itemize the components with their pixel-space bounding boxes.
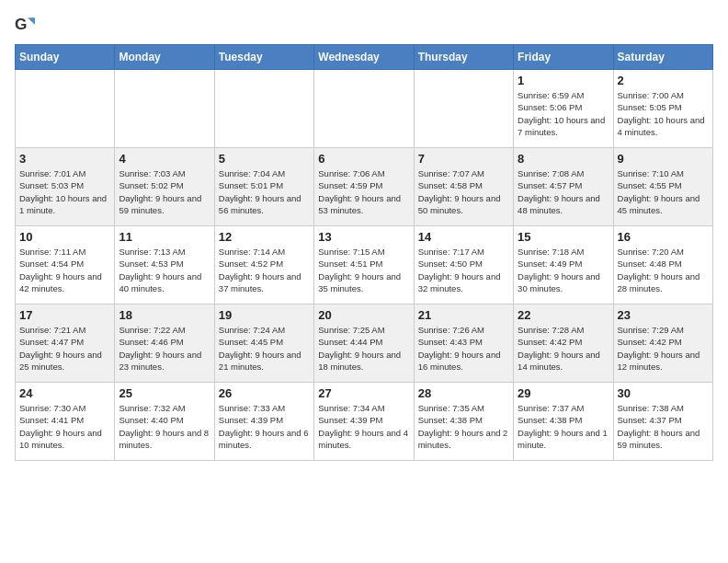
day-info: Sunrise: 6:59 AM Sunset: 5:06 PM Dayligh… bbox=[518, 89, 609, 138]
day-number: 5 bbox=[219, 152, 310, 166]
calendar-week-row: 10Sunrise: 7:11 AM Sunset: 4:54 PM Dayli… bbox=[16, 226, 713, 304]
calendar-day-cell bbox=[414, 70, 513, 148]
calendar-day-cell: 21Sunrise: 7:26 AM Sunset: 4:43 PM Dayli… bbox=[414, 304, 513, 383]
calendar-day-cell: 26Sunrise: 7:33 AM Sunset: 4:39 PM Dayli… bbox=[214, 383, 313, 461]
calendar-day-cell: 4Sunrise: 7:03 AM Sunset: 5:02 PM Daylig… bbox=[115, 148, 214, 226]
day-info: Sunrise: 7:34 AM Sunset: 4:39 PM Dayligh… bbox=[318, 402, 409, 451]
day-number: 22 bbox=[518, 308, 609, 322]
day-number: 10 bbox=[19, 230, 110, 244]
calendar-table: SundayMondayTuesdayWednesdayThursdayFrid… bbox=[15, 44, 713, 461]
weekday-header: Tuesday bbox=[214, 45, 313, 70]
day-info: Sunrise: 7:01 AM Sunset: 5:03 PM Dayligh… bbox=[19, 167, 110, 216]
calendar-body: 1Sunrise: 6:59 AM Sunset: 5:06 PM Daylig… bbox=[16, 70, 713, 461]
day-info: Sunrise: 7:07 AM Sunset: 4:58 PM Dayligh… bbox=[418, 167, 509, 216]
day-info: Sunrise: 7:32 AM Sunset: 4:40 PM Dayligh… bbox=[119, 402, 210, 451]
calendar-day-cell: 28Sunrise: 7:35 AM Sunset: 4:38 PM Dayli… bbox=[414, 383, 513, 461]
day-number: 1 bbox=[518, 74, 609, 87]
day-info: Sunrise: 7:04 AM Sunset: 5:01 PM Dayligh… bbox=[219, 167, 310, 216]
day-info: Sunrise: 7:35 AM Sunset: 4:38 PM Dayligh… bbox=[418, 402, 509, 451]
day-number: 28 bbox=[418, 386, 509, 400]
day-number: 2 bbox=[618, 74, 709, 87]
day-info: Sunrise: 7:14 AM Sunset: 4:52 PM Dayligh… bbox=[219, 246, 310, 294]
day-info: Sunrise: 7:13 AM Sunset: 4:53 PM Dayligh… bbox=[119, 246, 210, 294]
day-info: Sunrise: 7:30 AM Sunset: 4:41 PM Dayligh… bbox=[19, 402, 110, 451]
calendar-day-cell: 20Sunrise: 7:25 AM Sunset: 4:44 PM Dayli… bbox=[314, 304, 414, 383]
day-info: Sunrise: 7:37 AM Sunset: 4:38 PM Dayligh… bbox=[518, 402, 609, 451]
calendar-week-row: 17Sunrise: 7:21 AM Sunset: 4:47 PM Dayli… bbox=[16, 304, 713, 383]
calendar-day-cell: 27Sunrise: 7:34 AM Sunset: 4:39 PM Dayli… bbox=[314, 383, 414, 461]
calendar-day-cell: 29Sunrise: 7:37 AM Sunset: 4:38 PM Dayli… bbox=[514, 383, 613, 461]
day-info: Sunrise: 7:38 AM Sunset: 4:37 PM Dayligh… bbox=[618, 402, 709, 451]
day-info: Sunrise: 7:26 AM Sunset: 4:43 PM Dayligh… bbox=[418, 324, 509, 373]
day-info: Sunrise: 7:28 AM Sunset: 4:42 PM Dayligh… bbox=[518, 324, 609, 373]
logo: G bbox=[15, 15, 39, 35]
weekday-header: Wednesday bbox=[314, 45, 414, 70]
calendar-week-row: 24Sunrise: 7:30 AM Sunset: 4:41 PM Dayli… bbox=[16, 383, 713, 461]
calendar-day-cell: 18Sunrise: 7:22 AM Sunset: 4:46 PM Dayli… bbox=[115, 304, 214, 383]
calendar-day-cell: 13Sunrise: 7:15 AM Sunset: 4:51 PM Dayli… bbox=[314, 226, 414, 304]
day-number: 13 bbox=[318, 230, 409, 244]
page-header: G bbox=[15, 15, 713, 35]
calendar-day-cell: 6Sunrise: 7:06 AM Sunset: 4:59 PM Daylig… bbox=[314, 148, 414, 226]
day-info: Sunrise: 7:00 AM Sunset: 5:05 PM Dayligh… bbox=[618, 89, 709, 138]
calendar-day-cell: 22Sunrise: 7:28 AM Sunset: 4:42 PM Dayli… bbox=[514, 304, 613, 383]
day-number: 6 bbox=[318, 152, 409, 166]
calendar-day-cell: 15Sunrise: 7:18 AM Sunset: 4:49 PM Dayli… bbox=[514, 226, 613, 304]
calendar-day-cell: 12Sunrise: 7:14 AM Sunset: 4:52 PM Dayli… bbox=[214, 226, 313, 304]
day-number: 21 bbox=[418, 308, 509, 322]
calendar-day-cell bbox=[314, 70, 414, 148]
day-number: 15 bbox=[518, 230, 609, 244]
calendar-header-row: SundayMondayTuesdayWednesdayThursdayFrid… bbox=[16, 45, 713, 70]
day-number: 11 bbox=[119, 230, 210, 244]
day-info: Sunrise: 7:24 AM Sunset: 4:45 PM Dayligh… bbox=[219, 324, 310, 373]
calendar-day-cell: 19Sunrise: 7:24 AM Sunset: 4:45 PM Dayli… bbox=[214, 304, 313, 383]
day-number: 4 bbox=[119, 152, 210, 166]
calendar-day-cell: 10Sunrise: 7:11 AM Sunset: 4:54 PM Dayli… bbox=[16, 226, 115, 304]
day-number: 30 bbox=[618, 386, 709, 400]
day-number: 8 bbox=[518, 152, 609, 166]
day-info: Sunrise: 7:10 AM Sunset: 4:55 PM Dayligh… bbox=[618, 167, 709, 216]
calendar-day-cell: 24Sunrise: 7:30 AM Sunset: 4:41 PM Dayli… bbox=[16, 383, 115, 461]
calendar-day-cell bbox=[16, 70, 115, 148]
weekday-header: Sunday bbox=[16, 45, 115, 70]
calendar-day-cell: 14Sunrise: 7:17 AM Sunset: 4:50 PM Dayli… bbox=[414, 226, 513, 304]
day-info: Sunrise: 7:03 AM Sunset: 5:02 PM Dayligh… bbox=[119, 167, 210, 216]
day-number: 26 bbox=[219, 386, 310, 400]
svg-marker-1 bbox=[28, 17, 35, 25]
logo-icon: G bbox=[15, 15, 35, 35]
day-info: Sunrise: 7:17 AM Sunset: 4:50 PM Dayligh… bbox=[418, 246, 509, 294]
day-info: Sunrise: 7:15 AM Sunset: 4:51 PM Dayligh… bbox=[318, 246, 409, 294]
day-number: 18 bbox=[119, 308, 210, 322]
calendar-day-cell: 16Sunrise: 7:20 AM Sunset: 4:48 PM Dayli… bbox=[613, 226, 712, 304]
day-info: Sunrise: 7:33 AM Sunset: 4:39 PM Dayligh… bbox=[219, 402, 310, 451]
calendar-day-cell: 5Sunrise: 7:04 AM Sunset: 5:01 PM Daylig… bbox=[214, 148, 313, 226]
day-info: Sunrise: 7:20 AM Sunset: 4:48 PM Dayligh… bbox=[618, 246, 709, 294]
day-info: Sunrise: 7:29 AM Sunset: 4:42 PM Dayligh… bbox=[618, 324, 709, 373]
day-number: 7 bbox=[418, 152, 509, 166]
calendar-day-cell: 11Sunrise: 7:13 AM Sunset: 4:53 PM Dayli… bbox=[115, 226, 214, 304]
weekday-header: Monday bbox=[115, 45, 214, 70]
day-info: Sunrise: 7:25 AM Sunset: 4:44 PM Dayligh… bbox=[318, 324, 409, 373]
day-number: 24 bbox=[19, 386, 110, 400]
day-number: 9 bbox=[618, 152, 709, 166]
calendar-day-cell: 2Sunrise: 7:00 AM Sunset: 5:05 PM Daylig… bbox=[613, 70, 712, 148]
calendar-day-cell: 23Sunrise: 7:29 AM Sunset: 4:42 PM Dayli… bbox=[613, 304, 712, 383]
weekday-header: Thursday bbox=[414, 45, 513, 70]
day-number: 27 bbox=[318, 386, 409, 400]
day-number: 16 bbox=[618, 230, 709, 244]
calendar-day-cell bbox=[115, 70, 214, 148]
day-number: 20 bbox=[318, 308, 409, 322]
weekday-header: Saturday bbox=[613, 45, 712, 70]
day-info: Sunrise: 7:06 AM Sunset: 4:59 PM Dayligh… bbox=[318, 167, 409, 216]
day-info: Sunrise: 7:11 AM Sunset: 4:54 PM Dayligh… bbox=[19, 246, 110, 294]
svg-text:G: G bbox=[15, 15, 27, 33]
calendar-day-cell: 9Sunrise: 7:10 AM Sunset: 4:55 PM Daylig… bbox=[613, 148, 712, 226]
calendar-day-cell: 1Sunrise: 6:59 AM Sunset: 5:06 PM Daylig… bbox=[514, 70, 613, 148]
calendar-day-cell: 8Sunrise: 7:08 AM Sunset: 4:57 PM Daylig… bbox=[514, 148, 613, 226]
day-info: Sunrise: 7:21 AM Sunset: 4:47 PM Dayligh… bbox=[19, 324, 110, 373]
day-number: 25 bbox=[119, 386, 210, 400]
day-number: 19 bbox=[219, 308, 310, 322]
day-number: 23 bbox=[618, 308, 709, 322]
calendar-day-cell bbox=[214, 70, 313, 148]
calendar-week-row: 3Sunrise: 7:01 AM Sunset: 5:03 PM Daylig… bbox=[16, 148, 713, 226]
